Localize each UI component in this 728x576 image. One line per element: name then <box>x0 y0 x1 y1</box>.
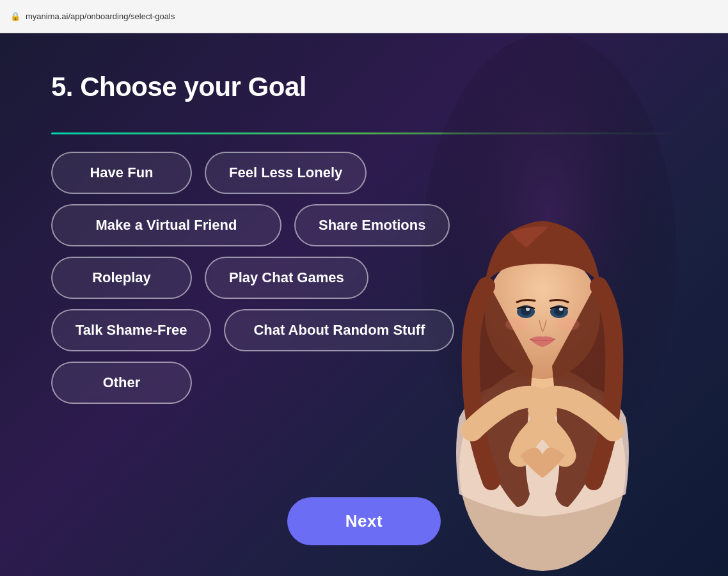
lock-icon: 🔒 <box>10 12 20 21</box>
url-bar: myanima.ai/app/onboarding/select-goals <box>26 12 175 21</box>
main-content: 5. Choose your Goal <box>0 33 728 576</box>
svg-point-7 <box>554 307 564 316</box>
next-button[interactable]: Next <box>287 497 441 545</box>
svg-point-8 <box>526 307 530 311</box>
goals-row-4: Talk Shame-Free Chat About Random Stuff <box>51 309 486 351</box>
browser-chrome: 🔒 myanima.ai/app/onboarding/select-goals <box>0 0 728 33</box>
goal-play-chat-games[interactable]: Play Chat Games <box>205 257 368 299</box>
goals-row-1: Have Fun Feel Less Lonely <box>51 152 486 194</box>
svg-point-10 <box>505 318 528 331</box>
goals-row-2: Make a Virtual Friend Share Emotions <box>51 204 486 246</box>
page-title: 5. Choose your Goal <box>51 72 306 102</box>
goals-row-3: Roleplay Play Chat Games <box>51 257 486 299</box>
goal-talk-shame-free[interactable]: Talk Shame-Free <box>51 309 211 351</box>
svg-point-9 <box>559 307 563 311</box>
goals-row-5: Other <box>51 362 486 404</box>
goal-chat-random-stuff[interactable]: Chat About Random Stuff <box>224 309 454 351</box>
goal-roleplay[interactable]: Roleplay <box>51 257 192 299</box>
goal-share-emotions[interactable]: Share Emotions <box>294 204 450 246</box>
svg-point-11 <box>557 318 580 331</box>
svg-point-6 <box>521 307 531 316</box>
goal-other[interactable]: Other <box>51 362 192 404</box>
goals-container: Have Fun Feel Less Lonely Make a Virtual… <box>51 152 486 404</box>
goal-make-virtual-friend[interactable]: Make a Virtual Friend <box>51 204 281 246</box>
goal-feel-less-lonely[interactable]: Feel Less Lonely <box>205 152 367 194</box>
goal-have-fun[interactable]: Have Fun <box>51 152 192 194</box>
